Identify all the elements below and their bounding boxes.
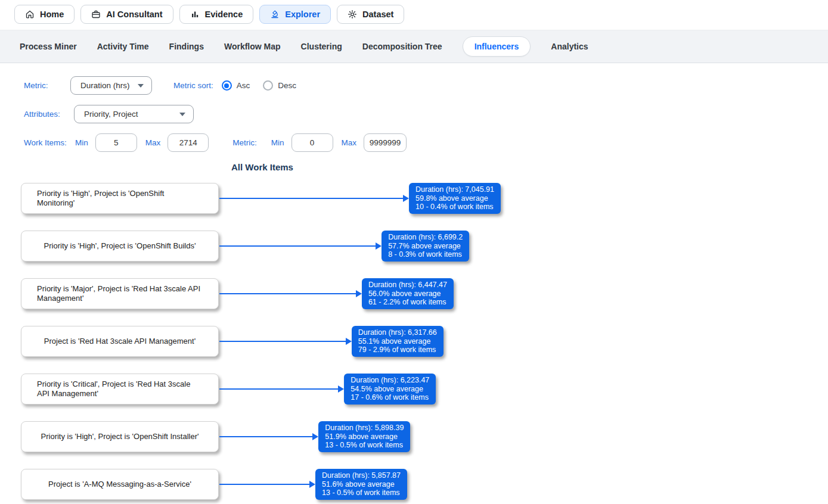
arrow-line [219, 341, 346, 342]
nav-ai-consultant-label: AI Consultant [106, 10, 162, 19]
influencer-row: Project is 'A-MQ Messaging-as-a-Service'… [21, 469, 507, 500]
tab-process-miner[interactable]: Process Miner [20, 42, 77, 51]
influencer-label-card[interactable]: Priority is 'High', Project is 'OpenShif… [21, 231, 219, 262]
metric-bubble[interactable]: Duration (hrs): 5,857.87 51.6% above ave… [315, 469, 407, 500]
metric-label: Metric: [24, 81, 70, 90]
bubble-above-average: 57.7% above average [388, 242, 463, 251]
nav-dataset-label: Dataset [362, 10, 393, 19]
briefcase-icon [91, 10, 101, 19]
bubble-work-items: 10 - 0.4% of work items [415, 203, 494, 211]
microscope-icon [270, 10, 280, 19]
influencer-row: Project is 'Red Hat 3scale API Managemen… [21, 326, 507, 357]
tab-analytics[interactable]: Analytics [551, 42, 588, 51]
gear-icon [348, 10, 357, 19]
influencer-label-card[interactable]: Priority is 'High', Project is 'OpenShif… [21, 183, 219, 214]
sort-asc-option[interactable]: Asc [222, 80, 250, 91]
metric-dropdown-value: Duration (hrs) [80, 81, 130, 90]
metric-bubble[interactable]: Duration (hrs): 6,317.66 55.1% above ave… [352, 326, 444, 357]
work-items-max-input[interactable] [168, 133, 209, 152]
metric-bubble[interactable]: Duration (hrs): 6,223.47 54.5% above ave… [344, 374, 436, 405]
metric-min-label: Min [271, 138, 284, 147]
influencer-label: Priority is 'High', Project is 'OpenShif… [29, 241, 212, 251]
sort-desc-option[interactable]: Desc [263, 80, 296, 91]
work-items-label: Work Items: [24, 138, 75, 147]
influencer-label-card[interactable]: Project is 'A-MQ Messaging-as-a-Service' [21, 469, 219, 500]
attributes-dropdown-value: Priority, Project [84, 110, 138, 119]
influencer-rows: Priority is 'High', Project is 'OpenShif… [21, 183, 507, 500]
metric-bubble[interactable]: Duration (hrs): 6,699.2 57.7% above aver… [382, 231, 469, 262]
metric-bubble[interactable]: Duration (hrs): 5,898.39 51.9% above ave… [318, 421, 410, 452]
tab-decomposition-tree[interactable]: Decomposition Tree [362, 42, 442, 51]
arrow-head-icon [309, 481, 315, 488]
attributes-dropdown[interactable]: Priority, Project [74, 105, 194, 123]
explorer-tab-bar: Process Miner Activity Time Findings Wor… [0, 30, 828, 63]
nav-evidence-button[interactable]: Evidence [179, 5, 254, 24]
home-icon [25, 10, 35, 19]
work-items-max-label: Max [145, 138, 161, 147]
influencer-label: Priority is 'High', Project is 'OpenShif… [21, 189, 218, 208]
influencer-label: Project is 'A-MQ Messaging-as-a-Service' [33, 480, 207, 489]
bubble-above-average: 54.5% above average [351, 385, 429, 394]
top-navigation: Home AI Consultant Evidence Explorer [0, 0, 828, 30]
arrow-head-icon [403, 195, 409, 202]
metric-max-label: Max [342, 138, 357, 147]
bubble-duration: Duration (hrs): 5,857.87 [322, 471, 401, 480]
bubble-duration: Duration (hrs): 6,317.66 [358, 328, 437, 337]
bubble-work-items: 13 - 0.5% of work items [322, 489, 401, 497]
sort-desc-label: Desc [278, 81, 296, 90]
influencer-label-card[interactable]: Project is 'Red Hat 3scale API Managemen… [21, 326, 219, 357]
chart-title: All Work Items [21, 162, 504, 172]
tab-influencers[interactable]: Influencers [463, 36, 531, 57]
influencer-row: Priority is 'High', Project is 'OpenShif… [21, 183, 507, 214]
arrow-line [219, 245, 376, 247]
bubble-duration: Duration (hrs): 6,447.47 [368, 281, 447, 290]
tab-activity-time[interactable]: Activity Time [97, 42, 149, 51]
influencer-row: Priority is 'High', Project is 'OpenShif… [21, 231, 507, 262]
work-items-min-input[interactable] [95, 133, 137, 152]
tab-workflow-map[interactable]: Workflow Map [224, 42, 281, 51]
nav-evidence-label: Evidence [205, 10, 243, 19]
nav-explorer-button[interactable]: Explorer [259, 5, 331, 24]
metric-filter-row: Metric: Duration (hrs) Metric sort: Asc … [24, 76, 828, 95]
filters-panel: Metric: Duration (hrs) Metric sort: Asc … [0, 63, 828, 152]
arrow-line [219, 293, 356, 294]
bubble-above-average: 51.6% above average [322, 480, 401, 489]
arrow-line [219, 436, 313, 437]
influencer-label: Priority is 'Critical', Project is 'Red … [21, 379, 218, 399]
bubble-work-items: 61 - 2.2% of work items [368, 298, 447, 307]
bubble-work-items: 17 - 0.6% of work items [351, 393, 429, 402]
influencer-row: Priority is 'High', Project is 'OpenShif… [21, 421, 507, 452]
influencer-label-card[interactable]: Priority is 'Major', Project is 'Red Hat… [21, 278, 219, 309]
radio-desc-icon[interactable] [263, 80, 273, 91]
nav-home-label: Home [40, 10, 64, 19]
influencers-chart: All Work Items Priority is 'High', Proje… [0, 162, 507, 500]
metric-min-input[interactable] [291, 133, 333, 152]
influencer-label-card[interactable]: Priority is 'High', Project is 'OpenShif… [21, 421, 219, 452]
arrow-line [219, 388, 339, 390]
arrow-head-icon [312, 433, 318, 440]
nav-home-button[interactable]: Home [14, 5, 75, 24]
bubble-duration: Duration (hrs): 6,223.47 [351, 376, 429, 385]
influencer-row: Priority is 'Critical', Project is 'Red … [21, 374, 507, 405]
metric-max-input[interactable] [364, 133, 407, 152]
tab-findings[interactable]: Findings [169, 42, 204, 51]
sort-asc-label: Asc [237, 81, 250, 90]
metric-dropdown[interactable]: Duration (hrs) [70, 76, 152, 95]
attributes-label: Attributes: [24, 110, 74, 119]
bubble-work-items: 79 - 2.9% of work items [358, 346, 437, 354]
nav-dataset-button[interactable]: Dataset [337, 5, 404, 24]
bubble-duration: Duration (hrs): 6,699.2 [388, 233, 463, 242]
influencer-label-card[interactable]: Priority is 'Critical', Project is 'Red … [21, 374, 219, 405]
radio-asc-icon[interactable] [222, 80, 232, 91]
bubble-work-items: 13 - 0.5% of work items [325, 441, 404, 450]
nav-ai-consultant-button[interactable]: AI Consultant [80, 5, 173, 24]
arrow-head-icon [338, 385, 344, 393]
attributes-filter-row: Attributes: Priority, Project [24, 105, 828, 123]
tab-clustering[interactable]: Clustering [301, 42, 342, 51]
influencer-label: Priority is 'High', Project is 'OpenShif… [26, 432, 215, 441]
nav-explorer-label: Explorer [285, 10, 320, 19]
influencer-row: Priority is 'Major', Project is 'Red Hat… [21, 278, 507, 309]
metric-bubble[interactable]: Duration (hrs): 6,447.47 56.0% above ave… [362, 278, 454, 309]
arrow-line [219, 484, 310, 485]
metric-bubble[interactable]: Duration (hrs): 7,045.91 59.8% above ave… [409, 183, 501, 214]
